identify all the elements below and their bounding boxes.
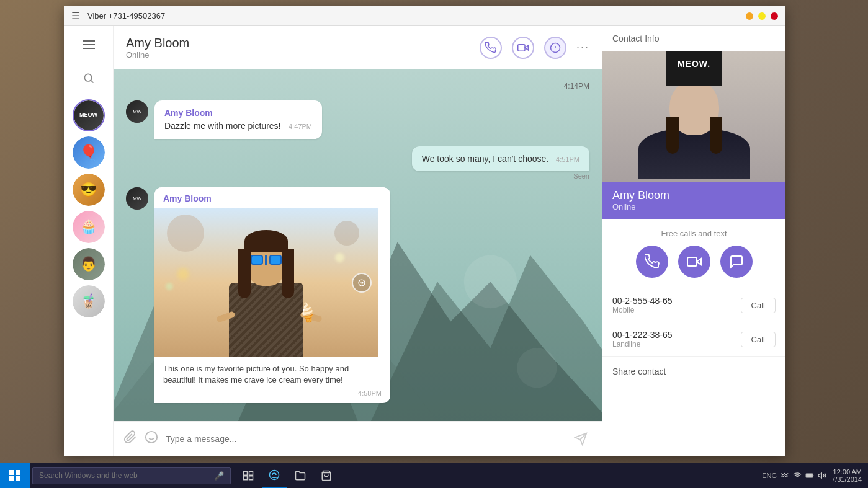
svg-marker-22 <box>697 259 701 265</box>
clock-time: 12:00 AM <box>831 468 862 476</box>
input-bar <box>114 421 602 456</box>
free-calls-title: Free calls and text <box>612 229 776 238</box>
message-photo-1: MW Amy Bloom <box>126 187 498 403</box>
attach-button[interactable] <box>123 430 137 447</box>
chat-header-actions: ··· <box>480 37 589 59</box>
voice-call-button[interactable] <box>480 37 502 59</box>
landline-call-button[interactable]: Call <box>741 332 776 347</box>
tray-icons: ENG <box>762 471 826 480</box>
title-bar: ☰ Viber +731-49502367 <box>64 6 785 26</box>
clock-date: 7/31/2014 <box>831 476 862 483</box>
contact-item-3[interactable]: 😎 <box>73 174 105 206</box>
svg-rect-24 <box>244 471 248 475</box>
contact-name: Amy Bloom <box>612 189 776 202</box>
app-body: MEOW 🎈 😎 🧁 <box>64 26 785 456</box>
message-bubble-incoming-1: Amy Bloom Dazzle me with more pictures! … <box>154 100 322 139</box>
message-seen-indicator: Seen <box>412 172 589 180</box>
svg-marker-2 <box>525 45 528 50</box>
contact-video-button[interactable] <box>678 246 710 278</box>
action-buttons <box>612 246 776 278</box>
chat-contact-status: Online <box>126 50 480 60</box>
message-input[interactable] <box>166 434 562 444</box>
sender-name-2: Amy Bloom <box>154 187 390 206</box>
chat-header: Amy Bloom Online <box>114 26 602 69</box>
sidebar-search-button[interactable] <box>78 67 100 89</box>
sender-name-1: Amy Bloom <box>164 108 312 118</box>
mobile-call-button[interactable]: Call <box>741 298 776 313</box>
contact-photo-area: MEOW. <box>602 51 785 182</box>
contact-item-2[interactable]: 🎈 <box>73 136 105 169</box>
volume-icon <box>818 471 826 480</box>
sender-avatar-2: MW <box>126 187 148 210</box>
photo-forward-button[interactable] <box>352 273 372 293</box>
keyboard-tray-icon: ENG <box>762 472 777 479</box>
system-tray: ENG 12:00 AM 7/31/2014 <box>762 468 868 483</box>
taskbar-store-button[interactable] <box>314 463 339 488</box>
message-text-2: We took so many, I can't choose. <box>422 154 548 164</box>
contact-item-6[interactable]: 🧋 <box>73 285 105 317</box>
taskbar-apps <box>236 463 339 488</box>
sidebar: MEOW 🎈 😎 🧁 <box>64 26 114 456</box>
title-bar-menu-icon[interactable]: ☰ <box>71 10 80 22</box>
title-bar-controls <box>746 12 778 20</box>
contact-info-panel: Contact Info <box>602 26 785 456</box>
info-button[interactable] <box>544 37 566 59</box>
svg-rect-3 <box>518 44 525 51</box>
phone-info-mobile: 00-2-555-48-65 Mobile <box>612 296 741 314</box>
svg-point-0 <box>84 74 92 81</box>
contact-item-5[interactable]: 👨 <box>73 248 105 280</box>
contact-status: Online <box>612 202 776 211</box>
network-icon <box>781 471 789 480</box>
message-time-2: 4:51PM <box>556 156 579 163</box>
send-button[interactable] <box>570 428 592 450</box>
sidebar-menu-button[interactable] <box>76 32 101 57</box>
photo-footer: 4:58PM <box>154 389 390 403</box>
video-call-button[interactable] <box>512 37 534 59</box>
contact-call-button[interactable] <box>636 246 668 278</box>
more-options-button[interactable]: ··· <box>576 41 589 54</box>
svg-marker-33 <box>818 473 821 478</box>
windows-logo <box>9 470 20 481</box>
photo-container: 🍦 <box>154 208 378 357</box>
message-timestamp-1: 4:14PM <box>126 82 589 91</box>
chat-contact-name: Amy Bloom <box>126 36 480 50</box>
outgoing-bubble-wrapper: We took so many, I can't choose. 4:51PM … <box>412 146 589 180</box>
mobile-number: 00-2-555-48-65 <box>612 296 741 306</box>
start-button[interactable] <box>0 463 30 488</box>
message-time-1: 4:47PM <box>289 123 312 130</box>
photo-message-wrapper: Amy Bloom <box>154 187 390 403</box>
phone-row-mobile: 00-2-555-48-65 Mobile Call <box>602 288 785 322</box>
svg-line-1 <box>91 81 93 83</box>
contact-item-amy[interactable]: MEOW <box>73 99 105 131</box>
landline-number: 00-1-222-38-65 <box>612 330 741 340</box>
microphone-icon: 🎤 <box>214 471 224 481</box>
landline-type: Landline <box>612 340 741 348</box>
contact-message-button[interactable] <box>720 246 753 278</box>
message-incoming-1: MW Amy Bloom Dazzle me with more picture… <box>126 100 498 139</box>
svg-rect-27 <box>249 476 253 480</box>
battery-icon <box>805 471 814 480</box>
photo-time: 4:58PM <box>358 389 382 397</box>
wifi-icon <box>793 471 802 480</box>
svg-rect-26 <box>244 476 248 480</box>
taskbar: 🎤 <box>0 463 868 488</box>
taskbar-multitask-button[interactable] <box>236 463 261 488</box>
minimize-button[interactable] <box>746 12 753 20</box>
maximize-button[interactable] <box>758 12 766 20</box>
phone-row-landline: 00-1-222-38-65 Landline Call <box>602 322 785 357</box>
taskbar-edge-button[interactable] <box>262 463 287 488</box>
phone-info-landline: 00-1-222-38-65 Landline <box>612 330 741 348</box>
share-contact-button[interactable]: Share contact <box>612 366 666 376</box>
contact-item-4[interactable]: 🧁 <box>73 211 105 243</box>
close-button[interactable] <box>771 12 778 20</box>
taskbar-search-input[interactable] <box>39 471 214 480</box>
title-bar-title: Viber +731-49502367 <box>87 11 165 20</box>
taskbar-search-box[interactable]: 🎤 <box>32 467 231 484</box>
app-window: ☰ Viber +731-49502367 <box>64 6 785 456</box>
svg-rect-32 <box>807 474 812 477</box>
taskbar-explorer-button[interactable] <box>288 463 313 488</box>
messages-area[interactable]: 4:14PM MW Amy Bloom Dazzle me with <box>114 69 602 421</box>
mobile-type: Mobile <box>612 306 741 314</box>
emoji-button[interactable] <box>145 430 158 447</box>
phone-numbers-section: 00-2-555-48-65 Mobile Call 00-1-222-38-6… <box>602 288 785 357</box>
